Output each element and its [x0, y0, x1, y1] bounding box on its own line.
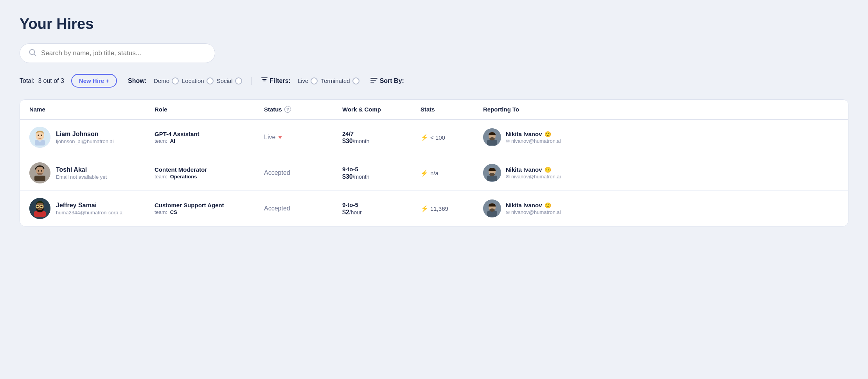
- reporter-email: ✉ nivanov@humatron.ai: [506, 209, 561, 215]
- role-team: team: AI: [155, 138, 264, 144]
- svg-rect-21: [487, 176, 497, 181]
- reporter-avatar: [483, 199, 501, 217]
- role-title: GPT-4 Assistant: [155, 131, 264, 137]
- role-title: Content Moderator: [155, 166, 264, 173]
- show-demo[interactable]: Demo: [154, 77, 179, 84]
- search-bar: [20, 43, 215, 63]
- cell-role: GPT-4 Assistant team: AI: [155, 131, 264, 144]
- svg-point-8: [38, 135, 39, 136]
- show-location-label: Location: [182, 77, 204, 84]
- name-block: Liam Johnson ljohnson_ai@humatron.ai: [56, 131, 114, 144]
- employee-name: Toshi Akai: [56, 166, 107, 173]
- comp-schedule: 24/7: [342, 130, 421, 137]
- reporter-info: Nikita Ivanov 🙂 ✉ nivanov@humatron.ai: [506, 166, 561, 180]
- comp-price: $30/month: [342, 173, 421, 180]
- table-header: Name Role Status ? Work & Comp Stats Rep…: [20, 100, 848, 120]
- svg-point-14: [489, 137, 495, 140]
- cell-reporting: Nikita Ivanov 🙂 ✉ nivanov@humatron.ai: [483, 128, 839, 146]
- cell-stats: ⚡ < 100: [421, 134, 483, 141]
- envelope-icon: ✉: [506, 210, 510, 215]
- cell-stats: ⚡ 11,369: [421, 205, 483, 212]
- status-heart-icon: ♥: [278, 134, 282, 141]
- svg-point-10: [40, 137, 40, 137]
- svg-point-31: [41, 206, 42, 207]
- role-team: team: Operations: [155, 174, 264, 180]
- smiley-icon: 🙂: [545, 167, 551, 173]
- svg-point-18: [38, 170, 39, 172]
- show-filter-group: Demo Location Social: [154, 77, 242, 84]
- cell-comp: 9-to-5 $2/hour: [342, 201, 421, 216]
- th-role: Role: [155, 106, 264, 113]
- th-stats: Stats: [421, 106, 483, 113]
- cell-name: Toshi Akai Email not available yet: [29, 162, 155, 183]
- bolt-icon: ⚡: [421, 169, 428, 177]
- search-input[interactable]: [41, 49, 206, 57]
- filter-terminated-radio[interactable]: [352, 77, 359, 84]
- svg-point-23: [489, 173, 495, 176]
- reporter-info: Nikita Ivanov 🙂 ✉ nivanov@humatron.ai: [506, 131, 561, 144]
- svg-point-35: [489, 208, 495, 212]
- svg-point-30: [37, 206, 38, 207]
- avatar: [29, 162, 50, 183]
- envelope-icon: ✉: [506, 138, 510, 144]
- cell-role: Content Moderator team: Operations: [155, 166, 264, 180]
- show-social-radio[interactable]: [235, 77, 242, 84]
- comp-price: $2/hour: [342, 209, 421, 216]
- reporter-name: Nikita Ivanov 🙂: [506, 202, 561, 208]
- name-block: Jeffrey Samai huma2344@humatron-corp.ai: [56, 202, 124, 216]
- comp-schedule: 9-to-5: [342, 201, 421, 208]
- envelope-icon: ✉: [506, 174, 510, 180]
- reporter-avatar: [483, 128, 501, 146]
- hires-table: Name Role Status ? Work & Comp Stats Rep…: [20, 99, 848, 226]
- comp-price: $30/month: [342, 138, 421, 145]
- filter-group: Live Terminated: [298, 77, 359, 84]
- sort-by-label[interactable]: Sort By:: [370, 77, 404, 84]
- cell-comp: 9-to-5 $30/month: [342, 166, 421, 180]
- status-help-icon[interactable]: ?: [284, 106, 291, 113]
- reporter-email: ✉ nivanov@humatron.ai: [506, 174, 561, 180]
- employee-name: Liam Johnson: [56, 131, 114, 138]
- table-row[interactable]: Toshi Akai Email not available yet Conte…: [20, 155, 848, 191]
- svg-rect-33: [487, 211, 497, 217]
- show-demo-label: Demo: [154, 77, 169, 84]
- svg-line-1: [34, 54, 36, 56]
- total-label: Total: 3 out of 3: [20, 77, 64, 84]
- th-status: Status ?: [264, 106, 342, 113]
- svg-rect-12: [487, 140, 497, 145]
- filter-icon: [261, 77, 268, 84]
- bolt-icon: ⚡: [421, 134, 428, 141]
- filter-terminated-label: Terminated: [321, 77, 350, 84]
- name-block: Toshi Akai Email not available yet: [56, 166, 107, 180]
- show-demo-radio[interactable]: [172, 77, 179, 84]
- cell-comp: 24/7 $30/month: [342, 130, 421, 145]
- show-location[interactable]: Location: [182, 77, 214, 84]
- table-row[interactable]: Jeffrey Samai huma2344@humatron-corp.ai …: [20, 191, 848, 226]
- cell-stats: ⚡ n/a: [421, 169, 483, 177]
- show-social[interactable]: Social: [217, 77, 242, 84]
- filter-live[interactable]: Live: [298, 77, 318, 84]
- cell-role: Customer Support Agent team: CS: [155, 202, 264, 215]
- cell-reporting: Nikita Ivanov 🙂 ✉ nivanov@humatron.ai: [483, 199, 839, 217]
- table-row[interactable]: Liam Johnson ljohnson_ai@humatron.ai GPT…: [20, 120, 848, 155]
- employee-name: Jeffrey Samai: [56, 202, 124, 209]
- reporter-name: Nikita Ivanov 🙂: [506, 166, 561, 173]
- cell-name: Liam Johnson ljohnson_ai@humatron.ai: [29, 127, 155, 148]
- show-location-radio[interactable]: [207, 77, 214, 84]
- avatar: [29, 198, 50, 219]
- page-title: Your Hires: [20, 16, 848, 32]
- filter-live-radio[interactable]: [311, 77, 318, 84]
- cell-reporting: Nikita Ivanov 🙂 ✉ nivanov@humatron.ai: [483, 164, 839, 182]
- employee-email: Email not available yet: [56, 174, 107, 180]
- cell-status: Live ♥: [264, 134, 342, 141]
- comp-schedule: 9-to-5: [342, 166, 421, 172]
- th-work-comp: Work & Comp: [342, 106, 421, 113]
- smiley-icon: 🙂: [545, 202, 551, 208]
- new-hire-button[interactable]: New Hire +: [71, 74, 117, 88]
- svg-rect-16: [34, 176, 45, 181]
- cell-status: Accepted: [264, 169, 342, 176]
- show-social-label: Social: [217, 77, 233, 84]
- filter-terminated[interactable]: Terminated: [321, 77, 359, 84]
- filters-label: Filters:: [261, 77, 291, 84]
- reporter-email: ✉ nivanov@humatron.ai: [506, 138, 561, 144]
- employee-email: huma2344@humatron-corp.ai: [56, 210, 124, 216]
